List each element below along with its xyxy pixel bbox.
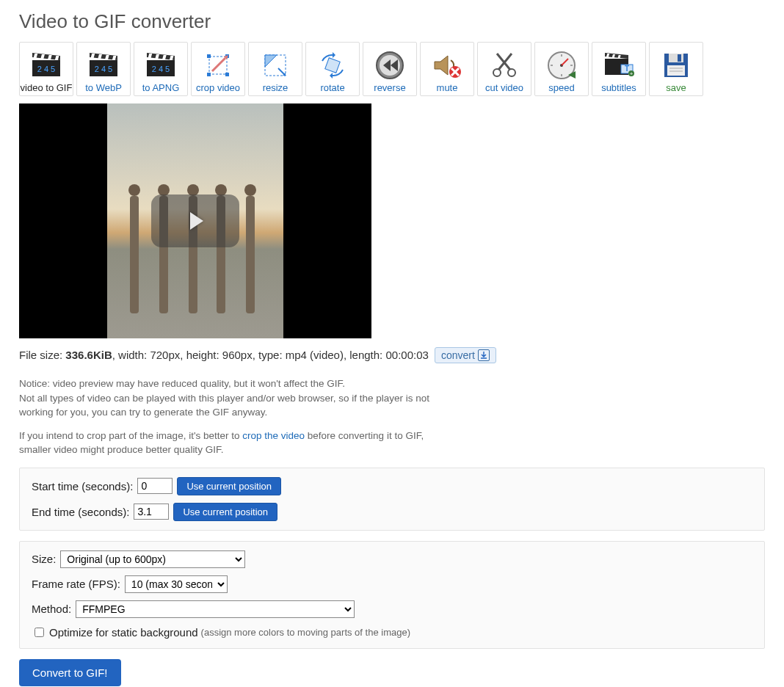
convert-to-gif-button[interactable]: Convert to GIF! [19, 659, 121, 686]
video-preview[interactable] [19, 103, 371, 338]
file-meta: File size: 336.6KiB, width: 720px, heigh… [19, 347, 765, 363]
convert-button[interactable]: convert [435, 347, 496, 363]
svg-text:2 4 5: 2 4 5 [95, 65, 112, 73]
play-icon [183, 208, 208, 233]
play-button[interactable] [151, 195, 239, 247]
toolbar: 2 4 5video to GIF2 4 5to WebP2 4 5to APN… [19, 42, 765, 96]
clapper-245-icon: 2 4 5 [87, 49, 120, 81]
tool-resize[interactable]: resize [248, 42, 302, 96]
svg-marker-34 [330, 73, 333, 79]
time-panel: Start time (seconds): Use current positi… [19, 468, 765, 531]
start-time-input[interactable] [137, 478, 173, 494]
tool-video-to-gif[interactable]: 2 4 5video to GIF [19, 42, 73, 96]
svg-text:T: T [625, 65, 629, 73]
start-time-label: Start time (seconds): [32, 480, 133, 492]
svg-marker-29 [265, 55, 277, 67]
svg-marker-33 [333, 52, 335, 58]
tool-label: reverse [374, 83, 405, 92]
resize-icon [259, 49, 291, 81]
tool-crop-video[interactable]: crop video [191, 42, 245, 96]
file-size-value: 336.6KiB [65, 349, 112, 361]
svg-marker-70 [190, 212, 203, 230]
svg-line-46 [497, 54, 510, 70]
size-label: Size: [32, 553, 56, 565]
speed-icon [545, 49, 578, 81]
use-current-end-button[interactable]: Use current position [173, 503, 277, 521]
svg-rect-25 [225, 73, 229, 76]
tool-subtitles[interactable]: T+subtitles [592, 42, 646, 96]
size-select[interactable]: Original (up to 600px) [60, 550, 245, 568]
svg-text:+: + [630, 70, 634, 77]
crop-icon [202, 49, 234, 81]
svg-text:2 4 5: 2 4 5 [152, 65, 170, 73]
method-label: Method: [32, 603, 71, 615]
crop-video-link[interactable]: crop the video [242, 430, 305, 441]
fps-label: Frame rate (FPS): [32, 578, 120, 590]
tool-reverse[interactable]: reverse [363, 42, 417, 96]
method-select[interactable]: FFMPEG [76, 600, 355, 618]
tool-label: speed [548, 83, 574, 92]
svg-rect-66 [678, 54, 681, 62]
svg-rect-32 [325, 58, 341, 73]
tool-speed[interactable]: speed [534, 42, 589, 96]
tool-save[interactable]: save [649, 42, 703, 96]
tool-rotate[interactable]: rotate [305, 42, 360, 96]
tool-label: save [666, 83, 686, 92]
save-icon [660, 49, 692, 81]
svg-marker-39 [435, 56, 448, 75]
tool-label: subtitles [601, 83, 636, 92]
tool-label: to APNG [142, 83, 180, 92]
use-current-start-button[interactable]: Use current position [177, 477, 281, 495]
tool-label: rotate [320, 83, 344, 92]
clapper-245-icon: 2 4 5 [30, 49, 62, 81]
reverse-icon [374, 49, 406, 81]
optimize-hint: (assign more colors to moving parts of t… [201, 627, 410, 638]
svg-text:2 4 5: 2 4 5 [37, 65, 55, 73]
tool-mute[interactable]: mute [420, 42, 474, 96]
optimize-checkbox[interactable] [35, 628, 44, 637]
subtitles-icon: T+ [603, 49, 635, 81]
convert-label: convert [441, 349, 475, 361]
notice-block: Notice: video preview may have reduced q… [19, 377, 430, 457]
notice-line-2a: If you intend to crop part of the image,… [19, 430, 242, 441]
tool-label: resize [263, 83, 288, 92]
tool-label: mute [437, 83, 458, 92]
svg-line-45 [498, 54, 512, 70]
notice-line-1: Notice: video preview may have reduced q… [19, 377, 430, 420]
svg-rect-67 [667, 65, 685, 76]
tool-cut-video[interactable]: cut video [477, 42, 531, 96]
svg-line-26 [212, 58, 225, 71]
tool-label: cut video [485, 83, 523, 92]
rotate-icon [316, 49, 349, 81]
tool-label: crop video [196, 83, 240, 92]
mute-icon [431, 49, 463, 81]
download-icon [478, 349, 490, 361]
svg-rect-22 [207, 54, 211, 58]
tool-to-apng[interactable]: 2 4 5to APNG [134, 42, 188, 96]
options-panel: Size: Original (up to 600px) Frame rate … [19, 541, 765, 649]
tool-label: video to GIF [21, 83, 73, 92]
end-time-input[interactable] [134, 504, 169, 520]
page-title: Video to GIF converter [19, 10, 765, 33]
fps-select[interactable]: 10 (max 30 seconds) [125, 575, 228, 593]
file-size-label: File size: [19, 349, 65, 361]
svg-rect-24 [207, 73, 211, 76]
file-dimensions: , width: 720px, height: 960px, type: mp4… [112, 349, 432, 361]
cut-icon [488, 49, 520, 81]
optimize-label: Optimize for static background [49, 626, 198, 639]
tool-to-webp[interactable]: 2 4 5to WebP [76, 42, 131, 96]
tool-label: to WebP [85, 83, 122, 92]
clapper-245-icon: 2 4 5 [145, 49, 177, 81]
end-time-label: End time (seconds): [32, 506, 129, 518]
